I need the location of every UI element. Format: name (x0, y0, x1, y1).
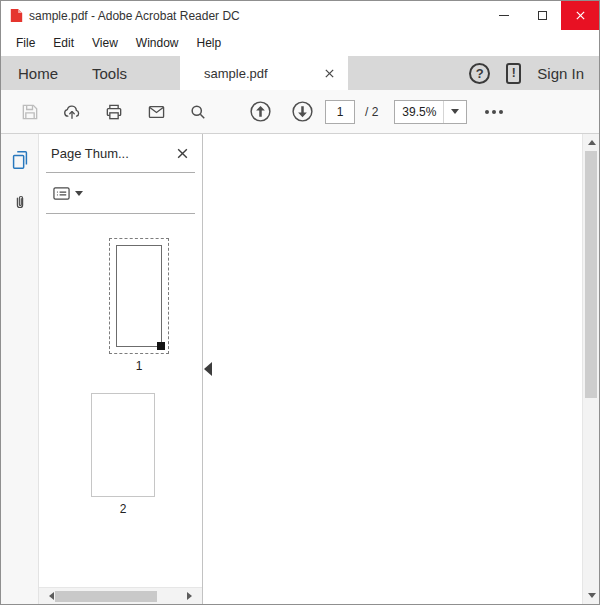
scroll-up-button[interactable] (583, 134, 600, 151)
horizontal-scrollbar-thumb[interactable] (55, 591, 157, 602)
previous-page-icon (248, 99, 273, 124)
cloud-upload-icon (61, 102, 83, 122)
page-1-preview[interactable] (116, 245, 162, 347)
scroll-right-button[interactable] (181, 588, 198, 605)
left-nav-strip (1, 134, 39, 604)
dot-icon (485, 110, 489, 114)
acrobat-window: sample.pdf - Adobe Acrobat Reader DC Fil… (0, 0, 600, 605)
thumbnails-list: 1 2 (39, 214, 202, 587)
dot-icon (492, 110, 496, 114)
tab-document-label: sample.pdf (204, 66, 268, 81)
title-bar: sample.pdf - Adobe Acrobat Reader DC (1, 1, 599, 30)
arrow-down-icon (588, 593, 596, 598)
scroll-down-button[interactable] (583, 587, 600, 604)
tab-close-icon[interactable] (324, 68, 335, 79)
search-icon (188, 102, 208, 122)
tab-home[interactable]: Home (1, 56, 75, 90)
maximize-button[interactable] (523, 1, 561, 30)
minimize-button[interactable] (485, 1, 523, 30)
print-button[interactable] (95, 95, 133, 129)
panel-horizontal-scrollbar[interactable] (39, 587, 202, 604)
main-toolbar: / 2 39.5% (1, 90, 599, 134)
tab-bar: Home Tools sample.pdf ? ! Sign In (1, 56, 599, 90)
panel-title: Page Thum... (51, 146, 129, 161)
thumbnail-selection-frame (109, 238, 169, 354)
close-button[interactable] (561, 1, 599, 30)
save-button[interactable] (11, 95, 49, 129)
more-tools-button[interactable] (485, 110, 503, 114)
menu-bar: File Edit View Window Help (1, 30, 599, 56)
paperclip-icon (11, 193, 29, 213)
zoom-level: 39.5% (395, 105, 443, 119)
panel-header: Page Thum... (39, 134, 202, 172)
email-icon (146, 102, 167, 122)
tab-tools[interactable]: Tools (75, 56, 144, 90)
selection-handle[interactable] (157, 342, 165, 350)
page-number-input[interactable] (325, 100, 355, 124)
sign-in-button[interactable]: Sign In (537, 65, 584, 82)
close-icon (575, 10, 586, 21)
panel-close-button[interactable] (172, 143, 192, 163)
tab-document[interactable]: sample.pdf (180, 56, 348, 90)
print-icon (104, 102, 124, 122)
page-thumbnails-icon (9, 149, 31, 171)
arrow-right-icon (187, 592, 192, 600)
panel-close-icon (176, 147, 189, 160)
menu-file[interactable]: File (7, 36, 44, 50)
window-title: sample.pdf - Adobe Acrobat Reader DC (29, 9, 240, 23)
panel-collapse-handle[interactable] (204, 362, 212, 376)
attachments-nav-button[interactable] (5, 189, 35, 217)
document-view (203, 134, 599, 604)
menu-view[interactable]: View (83, 36, 127, 50)
zoom-dropdown-button[interactable] (444, 109, 466, 114)
menu-edit[interactable]: Edit (44, 36, 83, 50)
vertical-scrollbar[interactable] (582, 134, 599, 604)
thumbnail-options-icon[interactable] (52, 185, 71, 202)
chevron-down-icon (451, 109, 459, 114)
zoom-control[interactable]: 39.5% (394, 100, 467, 124)
maximize-icon (538, 11, 547, 20)
minimize-icon (499, 15, 509, 16)
thumbnail-page-2[interactable]: 2 (91, 393, 155, 516)
next-page-icon (290, 99, 315, 124)
panel-options-row (39, 173, 202, 213)
previous-page-button[interactable] (241, 95, 279, 129)
cloud-upload-button[interactable] (53, 95, 91, 129)
page-thumbnails-panel: Page Thum... (39, 134, 203, 604)
thumbnail-page-1[interactable]: 1 (109, 238, 169, 373)
menu-window[interactable]: Window (127, 36, 188, 50)
thumbnail-label: 1 (136, 359, 143, 373)
menu-help[interactable]: Help (188, 36, 231, 50)
content-area: Page Thum... (1, 134, 599, 604)
arrow-up-icon (588, 140, 596, 145)
search-button[interactable] (179, 95, 217, 129)
notification-icon[interactable]: ! (506, 63, 521, 84)
email-button[interactable] (137, 95, 175, 129)
arrow-left-icon (49, 592, 54, 600)
tab-bar-right: ? ! Sign In (469, 56, 599, 90)
page-2-preview[interactable] (91, 393, 155, 497)
dot-icon (499, 110, 503, 114)
pdf-file-icon (10, 8, 23, 23)
window-controls (485, 1, 599, 30)
thumbnail-label: 2 (120, 502, 127, 516)
page-total-label: / 2 (365, 105, 378, 119)
page-thumbnails-nav-button[interactable] (5, 146, 35, 174)
options-chevron-down-icon[interactable] (75, 191, 83, 196)
save-icon (20, 102, 40, 122)
help-icon[interactable]: ? (469, 63, 490, 84)
next-page-button[interactable] (283, 95, 321, 129)
vertical-scrollbar-thumb[interactable] (585, 151, 597, 398)
